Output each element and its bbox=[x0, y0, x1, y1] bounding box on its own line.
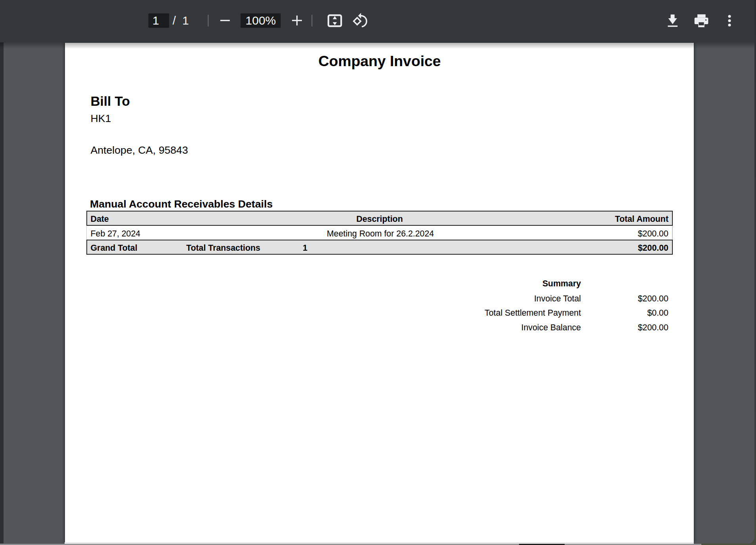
svg-text:1: 1 bbox=[182, 14, 189, 27]
svg-text:100%: 100% bbox=[246, 14, 276, 27]
svg-text:1: 1 bbox=[153, 14, 159, 27]
svg-text:/: / bbox=[173, 14, 176, 27]
